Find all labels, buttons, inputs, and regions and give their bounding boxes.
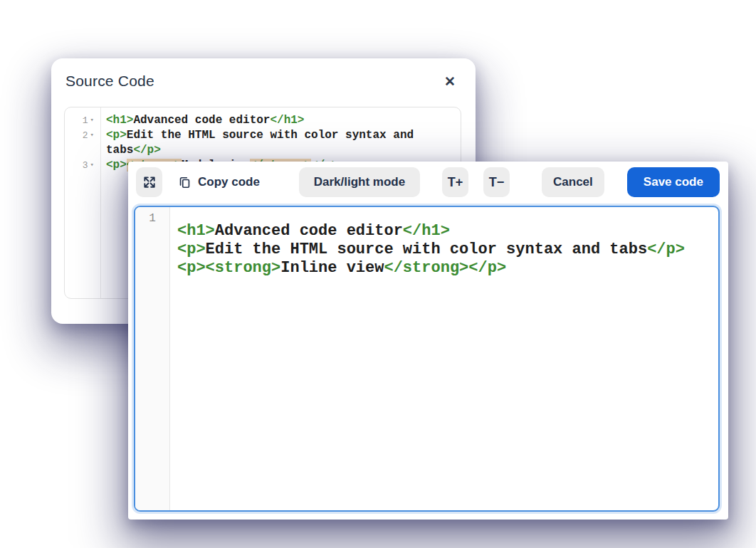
editor-toolbar: Copy code Dark/light mode T+ T− Cancel S… bbox=[134, 167, 720, 197]
line-number: 3 bbox=[83, 158, 88, 173]
code-line: <h1>Advanced code editor</h1> bbox=[177, 222, 711, 241]
code-text: Inline view bbox=[280, 259, 384, 277]
inline-code-editor-panel: Copy code Dark/light mode T+ T− Cancel S… bbox=[128, 162, 728, 520]
code-tag: <p> bbox=[106, 159, 127, 172]
code-tag: <p> bbox=[177, 241, 206, 258]
copy-icon bbox=[178, 176, 191, 189]
fold-triangle-icon[interactable]: ▾ bbox=[90, 158, 94, 173]
font-decrease-button[interactable]: T− bbox=[483, 167, 510, 197]
code-tag: </p> bbox=[647, 241, 685, 258]
line-number: 1 bbox=[83, 113, 88, 128]
gutter-cell: 1▾ bbox=[65, 113, 100, 128]
expand-icon bbox=[142, 175, 157, 189]
code-tag: </strong> bbox=[384, 259, 468, 277]
fold-triangle-icon[interactable]: ▾ bbox=[90, 128, 94, 143]
code-tag: <h1> bbox=[177, 222, 215, 240]
code-line-text: <p><strong>Inline view</strong></p> bbox=[177, 259, 506, 278]
code-tag: </p> bbox=[133, 144, 160, 157]
modal-title: Source Code bbox=[65, 73, 154, 90]
font-increase-button[interactable]: T+ bbox=[442, 167, 468, 197]
code-line-text: <h1>Advanced code editor</h1> bbox=[177, 222, 450, 241]
line-number: 1 bbox=[149, 212, 156, 225]
code-line-text: <p>Edit the HTML source with color synta… bbox=[100, 128, 456, 158]
gutter-cell: 2▾ bbox=[65, 128, 100, 143]
code-text-area[interactable]: <h1>Advanced code editor</h1><p>Edit the… bbox=[170, 207, 718, 510]
code-line-text: <h1>Advanced code editor</h1> bbox=[100, 113, 456, 128]
code-line: <p><strong>Inline view</strong></p> bbox=[177, 259, 711, 278]
inline-source-editor[interactable]: 1 <h1>Advanced code editor</h1><p>Edit t… bbox=[134, 206, 720, 512]
line-number: 2 bbox=[83, 128, 88, 143]
code-line: 2▾<p>Edit the HTML source with color syn… bbox=[65, 128, 456, 158]
copy-code-button[interactable]: Copy code bbox=[178, 167, 260, 197]
code-tag: </h1> bbox=[270, 114, 304, 127]
code-tag: <p> bbox=[106, 129, 127, 142]
save-code-button[interactable]: Save code bbox=[627, 167, 720, 197]
fold-triangle-icon[interactable]: ▾ bbox=[90, 113, 94, 128]
code-text: Edit the HTML source with color syntax a… bbox=[206, 241, 648, 258]
code-tag: </h1> bbox=[403, 222, 450, 240]
copy-code-label: Copy code bbox=[198, 175, 260, 189]
gutter-cell: 3▾ bbox=[65, 158, 100, 173]
code-line: 1▾<h1>Advanced code editor</h1> bbox=[65, 113, 456, 128]
code-tag: <p> bbox=[177, 259, 206, 277]
code-tag: <h1> bbox=[106, 114, 133, 127]
cancel-button[interactable]: Cancel bbox=[542, 167, 604, 197]
fullscreen-button[interactable] bbox=[136, 167, 162, 197]
code-tag: </p> bbox=[468, 259, 506, 277]
modal-header: Source Code ✕ bbox=[51, 58, 476, 90]
code-text: Advanced code editor bbox=[133, 114, 270, 127]
dark-light-mode-button[interactable]: Dark/light mode bbox=[299, 167, 420, 197]
line-number-gutter: 1 bbox=[135, 207, 170, 510]
close-icon[interactable]: ✕ bbox=[441, 73, 458, 90]
code-line-text: <p>Edit the HTML source with color synta… bbox=[177, 241, 685, 259]
code-tag: <strong> bbox=[206, 259, 281, 277]
code-text: Advanced code editor bbox=[215, 222, 403, 240]
code-line: <p>Edit the HTML source with color synta… bbox=[177, 241, 711, 259]
